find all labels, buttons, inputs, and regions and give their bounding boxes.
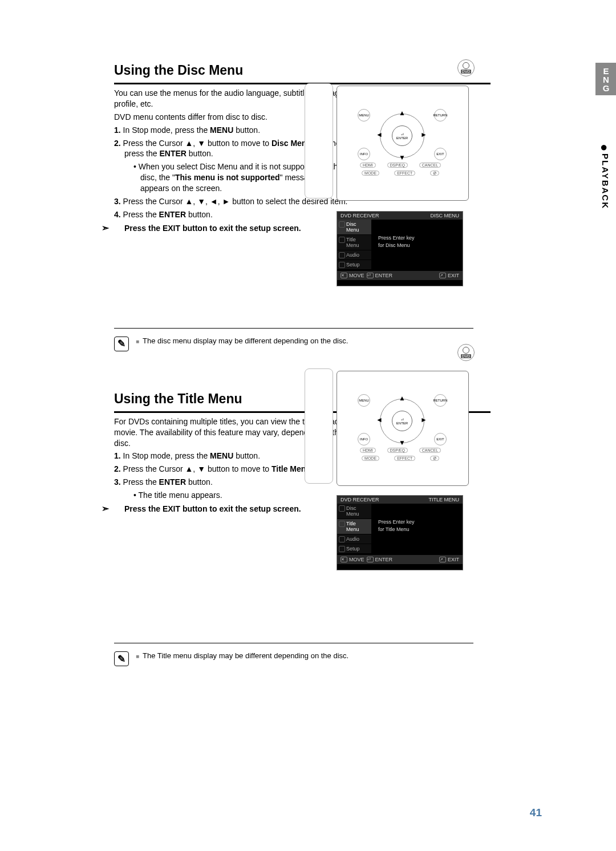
menu-button-icon: MENU [358, 394, 370, 407]
arrow-right-icon: ► [420, 131, 427, 139]
osd-disc-menu: DVD RECEIVERDISC MENU Disc Menu Title Me… [337, 211, 463, 286]
exit-tip: ➣Press the EXIT button to exit the setup… [114, 222, 348, 233]
note-text: ■The Title menu display may be different… [136, 651, 348, 660]
manual-page: ENG ● PLAYBACK DVD DVD Using the Disc Me… [0, 0, 616, 851]
note-icon: ✎ [114, 337, 129, 351]
dpad-illustration: MENU RETURN INFO EXIT ▲ ▼ ◄ ► ⏎ENTER HDM… [337, 86, 469, 201]
exit-button-icon: EXIT [434, 433, 447, 445]
return-button-icon: RETURN [434, 109, 447, 121]
section-tab: PLAYBACK [601, 153, 610, 209]
arrow-down-icon: ▼ [399, 153, 406, 161]
exit-tip: ➣Press the EXIT button to exit the setup… [114, 503, 348, 514]
arrow-up-icon: ▲ [399, 394, 406, 402]
arrow-up-icon: ▲ [399, 109, 406, 117]
disc-note: ✎ ■The disc menu display may be differen… [114, 337, 542, 351]
remote-bottom-row: HDMIDSP/EQCANCEL [354, 448, 447, 453]
disc-menu-heading: Using the Disc Menu [114, 63, 542, 78]
step-4: 4. Press the ENTER button. [114, 209, 348, 220]
enter-button-icon: ⏎ENTER [392, 125, 412, 146]
step-3-bullet: • The title menu appears. [124, 490, 348, 501]
osd-item: Disc Menu [337, 504, 371, 519]
note-text: ■The disc menu display may be different … [136, 337, 348, 345]
osd-item: Title Menu [337, 519, 371, 534]
remote-figure: MENU RETURN INFO EXIT ▲ ▼ ◄ ► ⏎ENTER HDM… [337, 86, 468, 200]
enter-button-icon: ⏎ENTER [392, 411, 412, 431]
menu-button-icon: MENU [358, 109, 370, 121]
osd-item: Setup [337, 544, 371, 554]
pointer-icon: ➣ [114, 503, 124, 514]
osd-item: Audio [337, 250, 371, 260]
remote-illustration [305, 368, 333, 484]
arrow-right-icon: ► [420, 416, 427, 424]
remote-bottom-row: HDMIDSP/EQCANCEL [354, 163, 447, 168]
dvd-badge-icon: DVD [457, 344, 475, 361]
arrow-left-icon: ◄ [376, 416, 383, 424]
remote-illustration [305, 83, 333, 198]
divider [114, 328, 473, 329]
dpad-illustration: MENU RETURN INFO EXIT ▲ ▼ ◄ ► ⏎ENTER HDM… [337, 371, 469, 486]
divider [114, 83, 491, 84]
pointer-icon: ➣ [114, 222, 124, 233]
side-tab: ENG ● PLAYBACK [595, 63, 616, 209]
return-button-icon: RETURN [434, 394, 447, 407]
osd-item: Setup [337, 260, 371, 270]
info-button-icon: INFO [358, 433, 370, 445]
osd-item: Title Menu [337, 235, 371, 250]
divider [114, 643, 473, 643]
language-tab: ENG [595, 63, 616, 95]
dvd-badge-icon: DVD [457, 59, 475, 76]
remote-bottom-row2: MODEEFFECTØ [354, 456, 447, 461]
remote-figure: MENU RETURN INFO EXIT ▲ ▼ ◄ ► ⏎ENTER HDM… [337, 371, 468, 485]
osd-item: Disc Menu [337, 220, 371, 235]
note-icon: ✎ [114, 651, 129, 666]
arrow-left-icon: ◄ [376, 131, 383, 139]
title-note: ✎ ■The Title menu display may be differe… [114, 651, 542, 666]
osd-item: Audio [337, 534, 371, 544]
page-number: 41 [530, 807, 542, 819]
section-bullet-icon: ● [595, 141, 616, 153]
exit-button-icon: EXIT [434, 148, 447, 160]
arrow-down-icon: ▼ [399, 439, 406, 447]
osd-title-menu: DVD RECEIVERTITLE MENU Disc Menu Title M… [337, 495, 463, 570]
info-button-icon: INFO [358, 148, 370, 160]
remote-bottom-row2: MODEEFFECTØ [354, 171, 447, 176]
